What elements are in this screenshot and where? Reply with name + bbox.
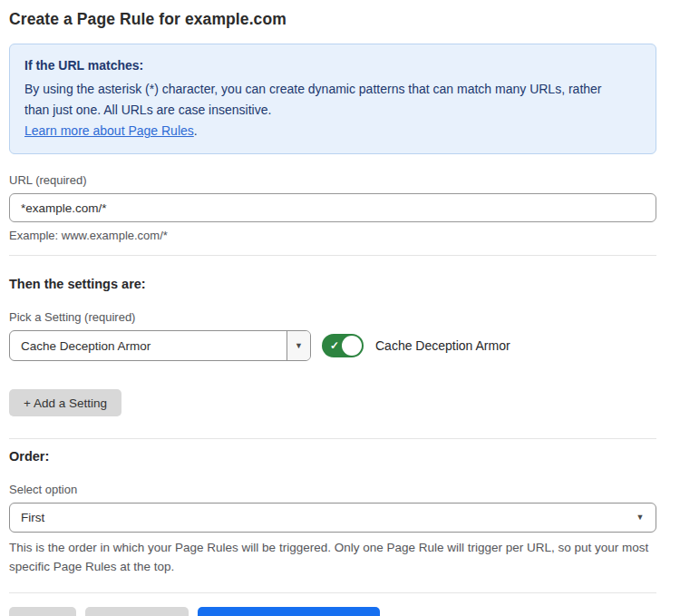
cancel-button[interactable]: Cancel xyxy=(9,607,76,616)
setting-toggle-label: Cache Deception Armor xyxy=(375,338,510,353)
setting-row: Cache Deception Armor ▼ ✓ Cache Deceptio… xyxy=(9,330,656,361)
info-box-link-line: Learn more about Page Rules. xyxy=(24,121,641,142)
setting-picker-label: Pick a Setting (required) xyxy=(9,310,656,324)
settings-section-heading: Then the settings are: xyxy=(9,277,656,291)
url-input[interactable] xyxy=(9,193,656,222)
form-actions: Cancel Save as Draft Save and Deploy Pag… xyxy=(9,607,656,616)
setting-select[interactable]: Cache Deception Armor ▼ xyxy=(9,330,311,361)
order-select[interactable]: First ▼ xyxy=(9,503,656,533)
check-icon: ✓ xyxy=(330,340,339,351)
setting-select-arrow-button[interactable]: ▼ xyxy=(287,331,310,360)
toggle-knob xyxy=(342,336,362,356)
order-select-label: Select option xyxy=(9,483,656,496)
order-section-heading: Order: xyxy=(9,449,656,464)
order-helper-text: This is the order in which your Page Rul… xyxy=(9,538,649,576)
info-box-heading: If the URL matches: xyxy=(24,55,641,76)
setting-select-value: Cache Deception Armor xyxy=(10,339,287,353)
info-box-body: By using the asterisk (*) character, you… xyxy=(24,79,614,121)
add-setting-button[interactable]: + Add a Setting xyxy=(9,389,121,416)
setting-toggle[interactable]: ✓ xyxy=(322,334,364,357)
divider xyxy=(9,255,656,256)
url-field-label: URL (required) xyxy=(9,173,656,187)
chevron-down-icon: ▼ xyxy=(636,513,645,522)
learn-more-link[interactable]: Learn more about Page Rules xyxy=(24,123,194,138)
url-field-helper: Example: www.example.com/* xyxy=(9,229,656,242)
page-rule-form: Create a Page Rule for example.com If th… xyxy=(0,0,680,616)
save-and-deploy-button[interactable]: Save and Deploy Page Rule xyxy=(198,607,381,616)
page-title: Create a Page Rule for example.com xyxy=(9,10,656,29)
divider xyxy=(9,438,656,439)
chevron-down-icon: ▼ xyxy=(295,342,303,350)
save-as-draft-button[interactable]: Save as Draft xyxy=(85,607,189,616)
link-suffix: . xyxy=(194,123,198,138)
divider xyxy=(9,592,656,593)
url-match-info-box: If the URL matches: By using the asteris… xyxy=(9,44,656,154)
order-select-arrow: ▼ xyxy=(625,504,656,532)
order-select-value: First xyxy=(10,511,625,524)
